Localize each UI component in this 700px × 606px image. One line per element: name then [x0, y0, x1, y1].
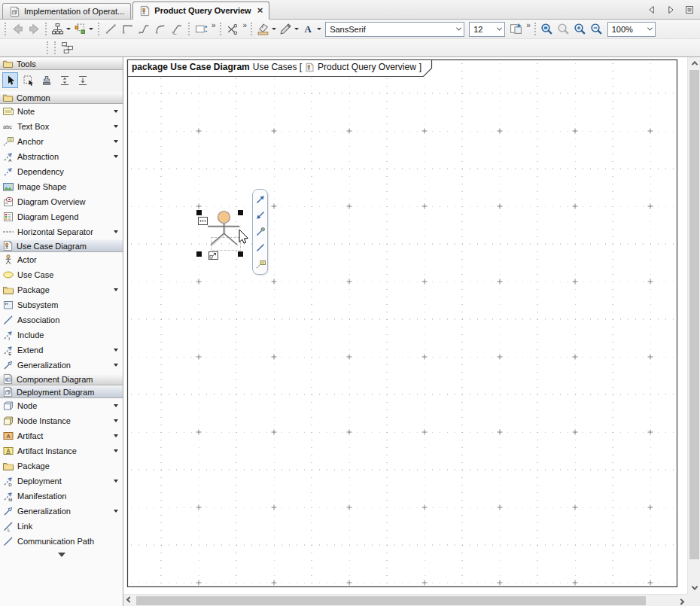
dropdown-arrow-icon[interactable] [114, 419, 118, 422]
selection-handle-se[interactable] [238, 251, 243, 257]
related-elements-button[interactable] [59, 40, 75, 56]
show-compartments-button[interactable] [198, 217, 208, 225]
dropdown-arrow-icon[interactable] [114, 364, 118, 367]
group-selection-tool[interactable] [20, 72, 36, 88]
palette-item-abstraction[interactable]: AAbstraction [0, 149, 123, 164]
vertical-scrollbar-thumb[interactable] [689, 70, 699, 559]
association-line-button[interactable] [254, 242, 266, 254]
relation-out-button[interactable] [254, 193, 266, 206]
quick-link-button[interactable] [208, 251, 218, 260]
palette-item-generalization[interactable]: Generalization [0, 504, 123, 519]
palette-section-component-diagram[interactable]: Component Diagram [0, 373, 123, 385]
zoom-out-button[interactable] [589, 21, 605, 38]
dropdown-arrow-icon[interactable] [114, 125, 118, 128]
horizontal-scrollbar-thumb[interactable] [136, 596, 646, 605]
dropdown-arrow-icon[interactable] [272, 28, 276, 30]
palette-item-deployment[interactable]: DDeployment [0, 474, 123, 489]
palette-item-dependency[interactable]: Dependency [0, 164, 123, 179]
palette-section-deployment-diagram[interactable]: Deployment Diagram [0, 385, 123, 398]
tab-product-query-overview[interactable]: Product Query Overview× [132, 2, 269, 20]
palette-item-include[interactable]: IInclude [0, 327, 123, 343]
palette-item-diagram-legend[interactable]: Diagram Legend [0, 209, 123, 224]
toolbar-overflow-icon[interactable]: » [243, 20, 246, 29]
dropdown-arrow-icon[interactable] [114, 155, 118, 158]
diagram-drawing-surface[interactable] [123, 57, 687, 594]
dropdown-arrow-icon[interactable] [114, 110, 118, 113]
palette-item-diagram-overview[interactable]: Diagram Overview [0, 194, 123, 209]
tab-scroll-right-button[interactable] [664, 3, 677, 17]
align-tool[interactable] [75, 72, 90, 88]
palette-item-use-case[interactable]: Use Case [0, 267, 123, 282]
palette-item-node[interactable]: Node [0, 398, 123, 413]
palette-item-horizontal-separator[interactable]: Horizontal Separator [0, 224, 123, 239]
dropdown-arrow-icon[interactable] [114, 349, 118, 352]
palette-item-communication-path[interactable]: Communication Path [0, 534, 123, 549]
font-color-button[interactable]: A [300, 21, 323, 38]
palette-item-note[interactable]: Note [0, 104, 123, 119]
combo-arrow-icon[interactable] [647, 26, 653, 31]
dropdown-arrow-icon[interactable] [66, 28, 71, 30]
selection-handle-ne[interactable] [238, 210, 243, 215]
selection-tool[interactable] [2, 72, 18, 88]
dropdown-arrow-icon[interactable] [114, 449, 118, 452]
toolbar-overflow-icon[interactable]: » [526, 20, 529, 29]
dropdown-arrow-icon[interactable] [317, 28, 321, 30]
paste-format-button[interactable] [507, 21, 524, 38]
selection-handle-nw[interactable] [196, 210, 202, 215]
dropdown-arrow-icon[interactable] [114, 510, 118, 513]
palette-item-extend[interactable]: EExtend [0, 343, 123, 358]
palette-section-use-case-diagram[interactable]: Use Case Diagram [0, 239, 123, 252]
add-element-button[interactable] [72, 21, 95, 38]
dropdown-arrow-icon[interactable] [114, 140, 118, 143]
scroll-left-button[interactable] [123, 595, 135, 606]
line-style-oblique-button[interactable] [169, 21, 185, 38]
palette-item-association[interactable]: Association [0, 312, 123, 327]
trim-button[interactable] [224, 21, 241, 38]
selection-handle-sw[interactable] [196, 251, 202, 257]
palette-item-artifact-instance[interactable]: AArtifact Instance [0, 443, 123, 458]
toolbar-grip[interactable] [47, 41, 48, 54]
palette-item-artifact[interactable]: AArtifact [0, 428, 123, 443]
sticking-tool[interactable] [38, 72, 54, 88]
palette-item-image-shape[interactable]: Image Shape [0, 179, 123, 194]
toolbar-overflow-icon[interactable]: » [212, 20, 215, 29]
dropdown-arrow-icon[interactable] [114, 480, 118, 483]
dropdown-arrow-icon[interactable] [114, 404, 118, 407]
line-style-rectilinear-button[interactable] [119, 21, 135, 38]
palette-item-anchor[interactable]: Anchor [0, 134, 123, 149]
palette-section-common[interactable]: Common [0, 91, 123, 104]
dependency-ball-button[interactable] [254, 226, 266, 239]
line-style-bent-button[interactable] [135, 21, 152, 38]
palette-item-package[interactable]: Package [0, 282, 123, 297]
vertical-scrollbar[interactable] [687, 57, 700, 594]
toolbar-grip[interactable] [5, 23, 6, 35]
combo-arrow-icon[interactable] [456, 26, 461, 31]
horizontal-scrollbar[interactable] [123, 594, 687, 606]
palette-item-manifestation[interactable]: MManifestation [0, 489, 123, 504]
palette-item-package[interactable]: Package [0, 458, 123, 474]
scroll-down-button[interactable] [688, 582, 700, 594]
combo-arrow-icon[interactable] [497, 26, 502, 31]
dropdown-arrow-icon[interactable] [114, 434, 118, 437]
dropdown-arrow-icon[interactable] [294, 28, 299, 30]
layout-button[interactable] [50, 21, 72, 38]
font-size-combo[interactable]: 12 [469, 22, 505, 37]
vertical-spacing-tool[interactable] [56, 72, 72, 88]
tab-implementation-of-operat[interactable]: Implementation of Operat... [2, 3, 131, 19]
tab-list-button[interactable] [683, 3, 696, 17]
palette-scroll-down-button[interactable] [0, 549, 123, 561]
palette-item-subsystem[interactable]: Subsystem [0, 297, 123, 312]
anchor-note-button[interactable] [254, 258, 266, 271]
zoom-in-button[interactable] [572, 21, 589, 38]
forward-button[interactable] [26, 21, 42, 38]
palette-item-node-instance[interactable]: Node Instance [0, 413, 123, 428]
font-family-combo[interactable]: SansSerif [325, 22, 464, 37]
scroll-right-button[interactable] [675, 595, 687, 606]
dropdown-arrow-icon[interactable] [114, 288, 118, 291]
dropdown-arrow-icon[interactable] [89, 28, 93, 30]
palette-section-tools[interactable]: Tools [0, 57, 123, 70]
palette-item-text-box[interactable]: abcText Box [0, 119, 123, 134]
back-button[interactable] [9, 21, 26, 38]
zoom-selection-button[interactable] [555, 21, 572, 38]
fit-in-window-button[interactable] [539, 21, 555, 38]
